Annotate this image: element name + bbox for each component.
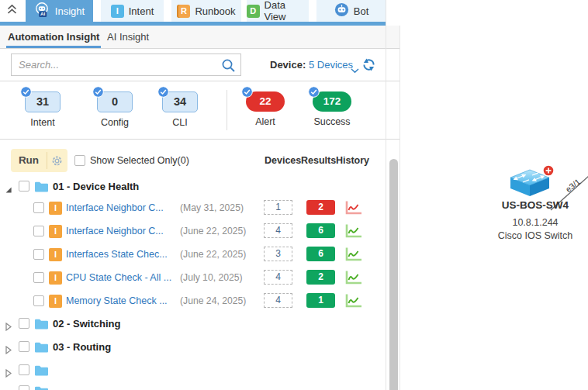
item-checkbox[interactable] bbox=[33, 202, 44, 213]
chevron-double-up-icon bbox=[6, 4, 18, 18]
item-date: (June 22, 2025) bbox=[180, 219, 246, 243]
tab-label: Insight bbox=[55, 5, 85, 17]
tree-folder-device-health[interactable]: 01 - Device Health bbox=[0, 178, 386, 195]
item-checkbox[interactable] bbox=[33, 295, 44, 306]
results-badge[interactable]: 2 bbox=[306, 200, 335, 215]
item-date: (June 24, 2025) bbox=[180, 289, 246, 312]
check-badge-icon bbox=[20, 86, 32, 101]
device-type: Cisco IOS Switch bbox=[473, 230, 588, 241]
tree-folder-partial[interactable] bbox=[0, 383, 386, 390]
tab-label: Data View bbox=[265, 0, 309, 22]
devices-count[interactable]: 4 bbox=[264, 293, 292, 308]
stat-label: Config bbox=[97, 117, 133, 128]
svg-text:AI: AI bbox=[40, 11, 45, 16]
tab-data-view[interactable]: D Data View bbox=[247, 0, 309, 22]
run-button[interactable]: Run bbox=[11, 149, 67, 172]
folder-checkbox[interactable] bbox=[19, 364, 29, 375]
show-selected-label: Show Selected Only(0) bbox=[90, 155, 189, 166]
results-badge[interactable]: 6 bbox=[306, 223, 335, 238]
search-icon[interactable] bbox=[221, 58, 236, 76]
triangle-expanded-icon[interactable] bbox=[5, 183, 12, 197]
folder-checkbox[interactable] bbox=[19, 318, 29, 329]
tab-insight[interactable]: AI Insight bbox=[26, 0, 93, 22]
folder-icon bbox=[34, 181, 49, 196]
device-name[interactable]: US-BOS-SW4 bbox=[473, 199, 588, 211]
item-link[interactable]: CPU State Check - All ... bbox=[66, 266, 178, 289]
item-checkbox[interactable] bbox=[33, 249, 44, 260]
item-link[interactable]: Interface Neighbor C... bbox=[66, 219, 178, 243]
tree-item-row: I Interface Neighbor C... (June 22, 2025… bbox=[0, 219, 386, 243]
devices-count[interactable]: 4 bbox=[264, 270, 292, 285]
scrollbar-thumb[interactable] bbox=[389, 159, 398, 390]
map-canvas[interactable]: e3/1 US-BOS-SW4 10.8.1.244 Cisco IOS Swi… bbox=[400, 0, 588, 390]
results-badge[interactable]: 1 bbox=[306, 293, 335, 308]
item-link[interactable]: Memory State Check ... bbox=[66, 289, 178, 312]
search-input[interactable] bbox=[19, 54, 216, 75]
triangle-collapsed-icon[interactable] bbox=[5, 343, 12, 357]
stat-label: CLI bbox=[162, 117, 198, 128]
results-badge[interactable]: 6 bbox=[306, 247, 335, 261]
tree-folder-security[interactable] bbox=[0, 362, 386, 379]
tab-bot[interactable]: Bot bbox=[316, 0, 386, 22]
gear-icon[interactable] bbox=[51, 155, 63, 170]
subtab-ai-insight[interactable]: AI Insight bbox=[107, 26, 149, 48]
search-box bbox=[11, 53, 241, 76]
item-date: (July 10, 2025) bbox=[180, 266, 243, 289]
add-badge-icon bbox=[543, 165, 554, 176]
tree-item-row: I Memory State Check ... (June 24, 2025)… bbox=[0, 289, 386, 312]
device-ip: 10.8.1.244 bbox=[473, 217, 588, 228]
tree-folder-routing[interactable]: 03 - Routing bbox=[0, 339, 386, 356]
folder-label: 03 - Routing bbox=[53, 339, 111, 356]
triangle-collapsed-icon[interactable] bbox=[5, 320, 12, 334]
devices-count[interactable]: 4 bbox=[264, 223, 292, 238]
item-link[interactable]: Interface Neighbor C... bbox=[66, 196, 178, 219]
search-toolbar: Device: 5 Devices bbox=[0, 50, 400, 81]
stat-success[interactable]: 172 Success bbox=[313, 91, 351, 127]
history-chart-icon[interactable] bbox=[344, 293, 362, 312]
refresh-icon[interactable] bbox=[361, 57, 376, 75]
collapse-panel-button[interactable] bbox=[0, 0, 23, 22]
main-tabbar: AI Insight I Intent R Runbook D Data Vie… bbox=[0, 0, 386, 22]
tab-runbook[interactable]: R Runbook bbox=[171, 0, 241, 22]
stat-config[interactable]: 0 Config bbox=[97, 91, 133, 128]
history-chart-icon[interactable] bbox=[344, 200, 362, 219]
item-date: (June 22, 2025) bbox=[180, 243, 246, 266]
folder-checkbox[interactable] bbox=[19, 181, 29, 192]
tab-intent[interactable]: I Intent bbox=[101, 0, 164, 22]
tree-folder-switching[interactable]: 02 - Switching bbox=[0, 316, 386, 333]
folder-icon bbox=[34, 318, 49, 333]
folder-label: 01 - Device Health bbox=[53, 178, 139, 195]
left-panel: AI Insight I Intent R Runbook D Data Vie… bbox=[0, 0, 400, 390]
item-link[interactable]: Interfaces State Chec... bbox=[66, 243, 178, 266]
history-chart-icon[interactable] bbox=[344, 223, 362, 242]
stat-intent[interactable]: 31 Intent bbox=[25, 91, 61, 128]
show-selected-checkbox[interactable] bbox=[74, 155, 85, 166]
device-count-dropdown[interactable]: 5 Devices bbox=[309, 59, 353, 71]
item-checkbox[interactable] bbox=[33, 226, 44, 236]
tree-item-row: I Interface Neighbor C... (May 31, 2025)… bbox=[0, 196, 386, 219]
folder-checkbox[interactable] bbox=[19, 385, 29, 390]
column-header-results: Results bbox=[301, 155, 336, 166]
folder-icon bbox=[34, 385, 49, 390]
stat-alert[interactable]: 22 Alert bbox=[246, 91, 285, 127]
devices-count[interactable]: 3 bbox=[264, 247, 292, 261]
devices-count[interactable]: 1 bbox=[264, 200, 292, 215]
folder-checkbox[interactable] bbox=[19, 341, 29, 352]
device-label: Device: bbox=[270, 59, 306, 71]
run-button-divider bbox=[47, 152, 47, 169]
intent-item-icon: I bbox=[49, 271, 62, 285]
tree-item-row: I CPU State Check - All ... (July 10, 20… bbox=[0, 266, 386, 289]
stat-label: Intent bbox=[25, 117, 61, 128]
subtab-automation-insight[interactable]: Automation Insight bbox=[6, 26, 101, 48]
item-date: (May 31, 2025) bbox=[180, 196, 244, 219]
results-badge[interactable]: 2 bbox=[306, 270, 335, 285]
tree-item-row: I Interfaces State Chec... (June 22, 202… bbox=[0, 243, 386, 266]
item-checkbox[interactable] bbox=[33, 272, 44, 283]
triangle-collapsed-icon[interactable] bbox=[5, 367, 12, 381]
history-chart-icon[interactable] bbox=[344, 270, 362, 288]
history-chart-icon[interactable] bbox=[344, 247, 362, 265]
column-header-history: History bbox=[336, 155, 369, 166]
column-header-devices: Devices bbox=[265, 155, 301, 166]
chevron-down-icon[interactable] bbox=[351, 63, 359, 77]
stat-cli[interactable]: 34 CLI bbox=[162, 91, 198, 128]
